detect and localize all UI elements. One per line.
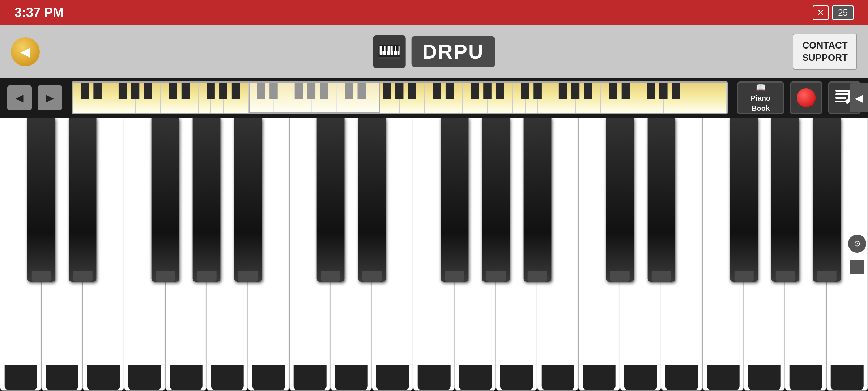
svg-rect-9	[393, 46, 395, 51]
white-key-bottom	[252, 365, 285, 390]
status-time: 3:37 PM	[14, 5, 64, 20]
svg-rect-8	[386, 46, 388, 51]
close-icon: ✕	[813, 5, 829, 20]
side-circle-button[interactable]: ⊙	[848, 235, 866, 253]
black-key[interactable]	[358, 118, 386, 282]
black-key[interactable]	[730, 118, 758, 282]
white-key-bottom	[87, 365, 120, 390]
black-key[interactable]	[234, 118, 262, 282]
black-key-bottom	[445, 271, 464, 282]
white-key-bottom	[128, 365, 161, 390]
right-arrow-icon: ◀	[855, 92, 863, 104]
white-key-bottom	[335, 365, 368, 390]
white-key-bottom	[748, 365, 781, 390]
keyboard-position-selector[interactable]	[249, 83, 380, 113]
right-expand-arrow[interactable]: ◀	[850, 83, 868, 112]
contact-support-button[interactable]: CONTACT SUPPORT	[793, 34, 857, 70]
black-key[interactable]	[441, 118, 469, 282]
toolbar: ◀ ▶ (function(){ const c = document.quer…	[0, 78, 868, 118]
back-button[interactable]: ◀	[11, 37, 40, 66]
svg-point-52	[845, 99, 850, 104]
black-key-bottom	[817, 271, 837, 282]
white-key-bottom	[541, 365, 574, 390]
app-name-label: DRPU	[412, 36, 495, 67]
white-key-bottom	[170, 365, 203, 390]
white-key-bottom	[790, 365, 822, 390]
svg-rect-49	[835, 97, 846, 99]
white-key-bottom	[624, 365, 657, 390]
battery-indicator: 25	[832, 5, 854, 20]
white-key-bottom	[294, 365, 327, 390]
black-key-bottom	[321, 271, 340, 282]
white-key-bottom	[665, 365, 698, 390]
black-key[interactable]	[152, 118, 179, 282]
status-icons: ✕ 25	[813, 5, 854, 20]
black-key[interactable]	[523, 118, 551, 282]
piano-book-button[interactable]: 📖 Piano Book	[737, 81, 784, 114]
right-side-panel: ⊙	[846, 118, 868, 391]
mini-keyboard-navigator[interactable]: (function(){ const c = document.querySel…	[72, 81, 728, 114]
svg-rect-11	[379, 57, 400, 59]
app-icon	[373, 35, 406, 68]
svg-rect-50	[835, 101, 846, 102]
white-key-bottom	[583, 365, 616, 390]
circle-icon: ⊙	[854, 239, 860, 248]
record-button[interactable]	[790, 81, 822, 114]
logo-area: DRPU	[373, 35, 495, 68]
side-square-button[interactable]	[850, 260, 864, 274]
black-key[interactable]	[813, 118, 841, 282]
svg-rect-7	[382, 46, 384, 51]
black-key[interactable]	[317, 118, 345, 282]
black-key[interactable]	[69, 118, 97, 282]
piano-keyboard-area: ⊙	[0, 118, 868, 391]
piano-book-label-line2: Book	[752, 104, 770, 113]
white-key-bottom	[46, 365, 79, 390]
black-key-bottom	[734, 271, 754, 282]
piano-icon	[377, 39, 402, 64]
next-button[interactable]: ▶	[38, 85, 62, 110]
black-key-bottom	[776, 271, 795, 282]
black-key[interactable]	[606, 118, 634, 282]
status-bar: 3:37 PM ✕ 25	[0, 0, 868, 25]
white-key-bottom	[4, 365, 37, 390]
white-key-bottom	[418, 365, 451, 390]
black-key-bottom	[31, 271, 51, 282]
white-key-bottom	[707, 365, 740, 390]
black-key[interactable]	[771, 118, 799, 282]
piano-book-label-line1: Piano	[751, 94, 770, 102]
black-key-bottom	[362, 271, 382, 282]
black-key[interactable]	[482, 118, 510, 282]
black-key-bottom	[610, 271, 630, 282]
back-arrow-icon: ◀	[20, 44, 30, 59]
black-key-bottom	[486, 271, 506, 282]
svg-rect-10	[396, 46, 399, 51]
prev-button[interactable]: ◀	[7, 85, 32, 110]
white-key-bottom	[211, 365, 244, 390]
black-key-bottom	[73, 271, 93, 282]
header: ◀ DRPU CONTACT SUPPORT	[0, 25, 868, 78]
black-key[interactable]	[647, 118, 675, 282]
black-key-bottom	[652, 271, 671, 282]
black-key[interactable]	[27, 118, 55, 282]
black-key-bottom	[238, 271, 258, 282]
record-icon	[797, 88, 816, 107]
white-key-bottom	[376, 365, 409, 390]
black-key[interactable]	[193, 118, 221, 282]
black-key-bottom	[197, 271, 217, 282]
piano-book-icon: 📖	[756, 83, 766, 92]
white-key-bottom	[459, 365, 492, 390]
white-key-bottom	[500, 365, 533, 390]
next-icon: ▶	[46, 92, 54, 104]
prev-icon: ◀	[16, 92, 24, 104]
black-key-bottom	[528, 271, 547, 282]
black-key-bottom	[156, 271, 175, 282]
